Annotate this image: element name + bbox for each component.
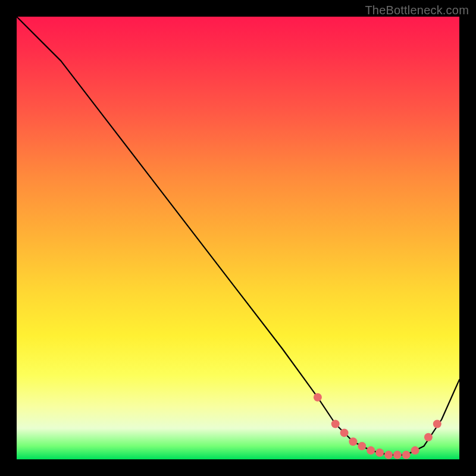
marker-dot (384, 451, 393, 459)
marker-dot (433, 420, 441, 428)
marker-dot (331, 420, 340, 428)
chart-frame: TheBottleneck.com (0, 0, 476, 476)
marker-dot (340, 428, 349, 437)
marker-dot (314, 393, 322, 402)
marker-dot (367, 446, 375, 455)
marker-dot (349, 437, 357, 446)
plot-area (17, 17, 459, 459)
watermark-text: TheBottleneck.com (365, 4, 469, 17)
marker-dot (393, 451, 402, 459)
marker-dot (402, 451, 411, 459)
curve-svg (17, 17, 459, 459)
marker-group (314, 393, 441, 459)
marker-dot (411, 446, 419, 455)
marker-dot (375, 449, 384, 457)
bottleneck-curve (17, 17, 459, 455)
marker-dot (358, 442, 366, 450)
marker-dot (424, 433, 433, 441)
